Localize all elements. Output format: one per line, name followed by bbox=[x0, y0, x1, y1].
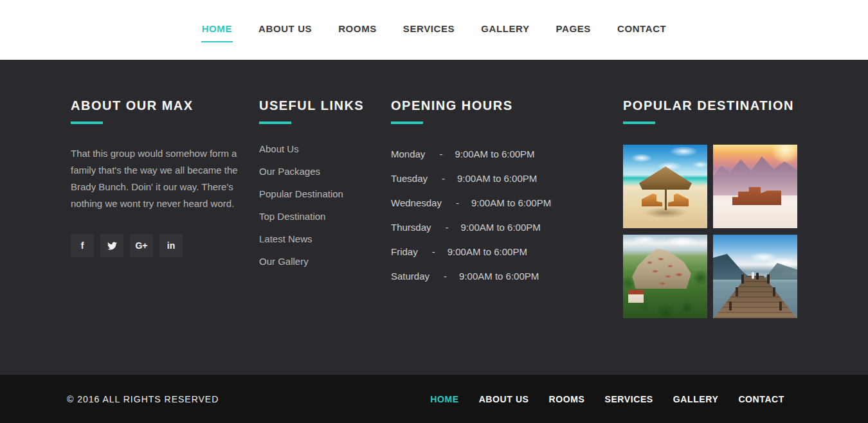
hours-row: Friday - 9:00AM to 6:00PM bbox=[391, 245, 623, 259]
copyright-text: © 2016 ALL RIGHTS RESERVED bbox=[67, 394, 219, 404]
nav-services[interactable]: SERVICES bbox=[402, 18, 455, 42]
hours-value: 9:00AM to 6:00PM bbox=[455, 147, 534, 161]
nav-rooms[interactable]: ROOMS bbox=[338, 18, 377, 42]
main-nav: HOME ABOUT US ROOMS SERVICES GALLERY PAG… bbox=[201, 18, 667, 42]
day-label: Wednesday bbox=[391, 196, 442, 210]
list-item: Our Gallery bbox=[259, 256, 391, 267]
photo-hillside-village[interactable] bbox=[623, 235, 707, 318]
popular-destination-title: POPULAR DESTINATION bbox=[623, 98, 797, 113]
top-header: HOME ABOUT US ROOMS SERVICES GALLERY PAG… bbox=[0, 0, 868, 60]
small-house bbox=[628, 290, 644, 303]
link-our-gallery[interactable]: Our Gallery bbox=[259, 256, 309, 267]
opening-hours-title: OPENING HOURS bbox=[391, 98, 623, 113]
day-label: Monday bbox=[391, 147, 425, 161]
useful-links-list: About Us Our Packages Popular Destinatio… bbox=[259, 143, 391, 267]
link-popular-destination[interactable]: Popular Destination bbox=[259, 188, 343, 199]
social-links: f G+ in bbox=[71, 234, 259, 257]
photo-snowy-mountain-village[interactable] bbox=[713, 145, 797, 228]
hours-value: 9:00AM to 6:00PM bbox=[448, 245, 527, 259]
nav-home[interactable]: HOME bbox=[201, 18, 233, 42]
popular-destination-column: POPULAR DESTINATION bbox=[623, 98, 797, 318]
bottom-nav: HOME ABOUT US ROOMS SERVICES GALLERY CON… bbox=[430, 394, 784, 404]
facebook-glyph: f bbox=[81, 240, 84, 251]
day-label: Saturday bbox=[391, 269, 429, 284]
bottom-nav-services[interactable]: SERVICES bbox=[604, 394, 653, 404]
dash-separator: - bbox=[446, 221, 449, 235]
title-underline bbox=[391, 122, 423, 124]
day-label: Tuesday bbox=[391, 172, 428, 186]
link-about-us[interactable]: About Us bbox=[259, 143, 299, 154]
dash-separator: - bbox=[432, 245, 435, 259]
dash-separator: - bbox=[442, 172, 445, 186]
google-plus-icon[interactable]: G+ bbox=[130, 234, 153, 257]
trees bbox=[623, 235, 707, 318]
twitter-icon[interactable] bbox=[100, 234, 123, 257]
pier-posts bbox=[713, 235, 716, 244]
destination-photo-grid bbox=[623, 145, 797, 318]
hours-value: 9:00AM to 6:00PM bbox=[471, 196, 551, 210]
hours-row: Monday - 9:00AM to 6:00PM bbox=[391, 147, 623, 161]
nav-about-us[interactable]: ABOUT US bbox=[258, 18, 312, 42]
dash-separator: - bbox=[439, 147, 442, 161]
hours-value: 9:00AM to 6:00PM bbox=[459, 269, 539, 284]
bottom-nav-gallery[interactable]: GALLERY bbox=[673, 394, 719, 404]
two-people bbox=[752, 272, 754, 279]
linkedin-icon[interactable]: in bbox=[159, 234, 183, 257]
photo-tropical-beach[interactable] bbox=[623, 145, 707, 228]
hours-row: Wednesday - 9:00AM to 6:00PM bbox=[391, 196, 623, 210]
hours-row: Tuesday - 9:00AM to 6:00PM bbox=[391, 172, 623, 186]
link-our-packages[interactable]: Our Packages bbox=[259, 166, 320, 177]
useful-links-column: USEFUL LINKS About Us Our Packages Popul… bbox=[259, 98, 391, 318]
hours-value: 9:00AM to 6:00PM bbox=[461, 221, 541, 235]
list-item: Top Destination bbox=[259, 211, 391, 222]
dash-separator: - bbox=[456, 196, 459, 210]
list-item: Our Packages bbox=[259, 166, 391, 177]
useful-links-title: USEFUL LINKS bbox=[259, 98, 391, 113]
about-column: ABOUT OUR MAX That this group would some… bbox=[71, 98, 259, 318]
hours-row: Saturday - 9:00AM to 6:00PM bbox=[391, 269, 623, 284]
day-label: Thursday bbox=[391, 221, 431, 235]
bottom-bar: © 2016 ALL RIGHTS RESERVED HOME ABOUT US… bbox=[0, 375, 868, 423]
list-item: Latest News bbox=[259, 233, 391, 245]
photo-lake-pier[interactable] bbox=[713, 235, 797, 318]
title-underline bbox=[259, 122, 291, 124]
footer-section: ABOUT OUR MAX That this group would some… bbox=[0, 60, 868, 375]
title-underline bbox=[71, 122, 103, 124]
linkedin-glyph: in bbox=[167, 240, 175, 251]
bottom-nav-rooms[interactable]: ROOMS bbox=[549, 394, 585, 404]
about-title: ABOUT OUR MAX bbox=[71, 98, 259, 113]
hours-row: Thursday - 9:00AM to 6:00PM bbox=[391, 221, 623, 235]
facebook-icon[interactable]: f bbox=[71, 234, 94, 257]
link-top-destination[interactable]: Top Destination bbox=[259, 211, 325, 222]
about-text: That this group would somehow form a fam… bbox=[71, 145, 242, 212]
day-label: Friday bbox=[391, 245, 418, 259]
list-item: Popular Destination bbox=[259, 188, 391, 200]
nav-contact[interactable]: CONTACT bbox=[617, 18, 667, 42]
link-latest-news[interactable]: Latest News bbox=[259, 233, 312, 244]
twitter-bird-glyph bbox=[107, 241, 117, 251]
dash-separator: - bbox=[444, 269, 447, 284]
title-underline bbox=[623, 122, 655, 124]
list-item: About Us bbox=[259, 143, 391, 155]
umbrella-pole bbox=[665, 188, 667, 210]
bottom-nav-contact[interactable]: CONTACT bbox=[738, 394, 784, 404]
nav-pages[interactable]: PAGES bbox=[556, 18, 592, 42]
hours-value: 9:00AM to 6:00PM bbox=[457, 172, 537, 186]
opening-hours-list: Monday - 9:00AM to 6:00PM Tuesday - 9:00… bbox=[391, 147, 623, 284]
nav-gallery[interactable]: GALLERY bbox=[480, 18, 530, 42]
opening-hours-column: OPENING HOURS Monday - 9:00AM to 6:00PM … bbox=[391, 98, 623, 318]
bottom-nav-home[interactable]: HOME bbox=[430, 394, 458, 404]
bottom-nav-about-us[interactable]: ABOUT US bbox=[479, 394, 529, 404]
google-plus-glyph: G+ bbox=[135, 240, 147, 251]
